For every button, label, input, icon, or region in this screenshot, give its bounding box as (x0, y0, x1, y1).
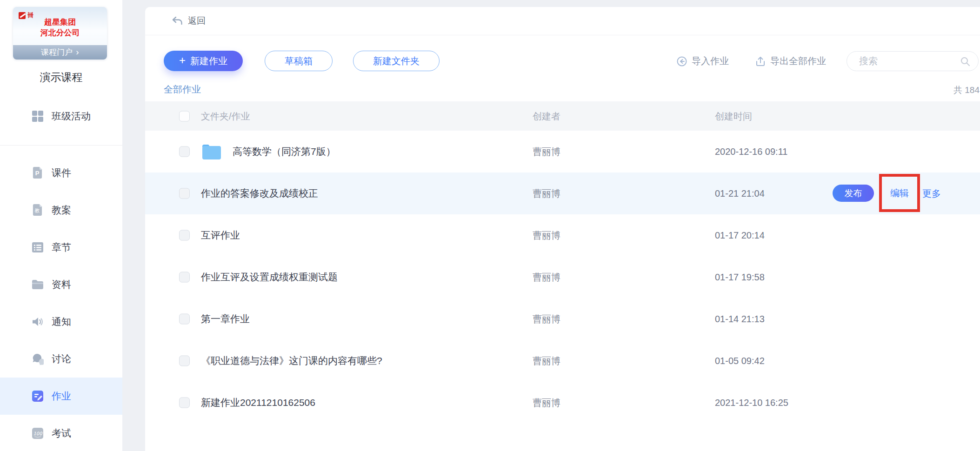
created-time-cell: 2021-12-10 16:25 (715, 398, 788, 408)
homework-title: 第一章作业 (201, 312, 250, 325)
course-sidebar: 卌 超星集团 河北分公司 课程门户 › 演示课程 班级活动 P 课件 (0, 0, 122, 451)
homework-title: 《职业道德与法律》这门课的内容有哪些? (201, 354, 382, 367)
new-homework-button[interactable]: + 新建作业 (164, 51, 243, 71)
sidebar-item-label: 教案 (52, 204, 71, 217)
org-name: 超星集团 河北分公司 (13, 17, 107, 39)
sidebar-item-lesson-plan[interactable]: 教 教案 (0, 192, 122, 229)
sidebar-item-notice[interactable]: 通知 (0, 303, 122, 340)
creator-cell: 曹丽博 (533, 397, 560, 409)
publish-button[interactable]: 发布 (833, 185, 874, 202)
search-icon[interactable] (960, 56, 971, 67)
total-count: 共 184 个 (953, 84, 980, 96)
homework-pen-icon (32, 390, 44, 402)
column-header-creator: 创建者 (533, 110, 560, 122)
homework-title-cell[interactable]: 作业的答案修改及成绩校正 (201, 187, 318, 200)
column-header-title: 文件夹/作业 (201, 110, 250, 122)
table-row: 新建作业20211210162506 曹丽博 2021-12-10 16:25 (145, 382, 980, 424)
chapters-list-icon (32, 241, 44, 253)
table-header: 文件夹/作业 创建者 创建时间 (145, 101, 980, 131)
export-upload-icon (755, 56, 766, 67)
folder-icon (201, 143, 222, 160)
drafts-label: 草稿箱 (285, 55, 313, 67)
sidebar-item-courseware[interactable]: P 课件 (0, 154, 122, 192)
import-circle-arrow-icon (676, 56, 687, 67)
chevron-right-icon: › (76, 47, 79, 56)
created-time-cell: 01-17 19:58 (715, 272, 765, 283)
org-logo-card[interactable]: 卌 超星集团 河北分公司 课程门户 › (13, 7, 107, 60)
row-checkbox[interactable] (179, 230, 190, 241)
sidebar-item-label: 讨论 (52, 352, 71, 365)
row-checkbox[interactable] (179, 398, 190, 408)
row-checkbox[interactable] (179, 272, 190, 283)
filter-row: 全部作业 共 184 个 (145, 83, 980, 95)
import-homework-button[interactable]: 导入作业 (676, 55, 729, 67)
row-checkbox[interactable] (179, 188, 190, 199)
sidebar-item-exam[interactable]: 100 考试 (0, 415, 122, 451)
homework-panel: 返回 + 新建作业 草稿箱 新建文件夹 导入作业 导出全部作业 (145, 7, 980, 451)
homework-title-cell[interactable]: 高等数学（同济第7版） (201, 143, 336, 160)
creator-cell: 曹丽博 (533, 355, 560, 367)
sidebar-item-label: 通知 (52, 315, 71, 328)
org-name-line1: 超星集团 (13, 17, 107, 28)
sidebar-item-label: 考试 (52, 427, 71, 440)
svg-text:100: 100 (33, 431, 43, 436)
created-time-cell: 01-14 21:13 (715, 314, 765, 325)
sidebar-item-discussion[interactable]: 讨论 (0, 340, 122, 378)
back-undo-arrow-icon (172, 16, 183, 26)
row-checkbox[interactable] (179, 314, 190, 325)
class-activity-grid-icon (32, 110, 44, 122)
all-homework-filter-link[interactable]: 全部作业 (164, 84, 201, 94)
courseware-doc-icon: P (32, 167, 44, 179)
row-checkbox[interactable] (179, 356, 190, 366)
sidebar-item-class-activity[interactable]: 班级活动 (0, 98, 122, 135)
export-all-homework-label: 导出全部作业 (770, 55, 826, 67)
table-row: 互评作业 曹丽博 01-17 20:14 (145, 214, 980, 256)
course-portal-button[interactable]: 课程门户 › (13, 45, 107, 60)
select-all-checkbox[interactable] (179, 111, 190, 121)
homework-toolbar: + 新建作业 草稿箱 新建文件夹 导入作业 导出全部作业 (145, 51, 980, 71)
sidebar-item-materials[interactable]: 资料 (0, 266, 122, 303)
homework-title-cell[interactable]: 新建作业20211210162506 (201, 396, 315, 409)
created-time-cell: 01-17 20:14 (715, 230, 765, 241)
new-folder-button[interactable]: 新建文件夹 (353, 51, 440, 71)
sidebar-item-label: 作业 (52, 390, 71, 403)
sidebar-item-label: 课件 (52, 166, 71, 179)
sidebar-divider (0, 145, 122, 146)
edit-link[interactable]: 编辑 (890, 187, 909, 199)
created-time-cell: 2020-12-16 09:11 (715, 146, 787, 157)
notice-speaker-icon (32, 316, 44, 328)
homework-title: 互评作业 (201, 229, 240, 242)
course-title: 演示课程 (0, 70, 122, 85)
org-name-line2: 河北分公司 (13, 28, 107, 39)
more-link[interactable]: 更多 (922, 187, 941, 200)
drafts-button[interactable]: 草稿箱 (265, 51, 333, 71)
creator-cell: 曹丽博 (533, 271, 560, 284)
homework-title-cell[interactable]: 第一章作业 (201, 312, 250, 325)
new-homework-label: 新建作业 (190, 55, 227, 67)
svg-text:教: 教 (35, 208, 40, 213)
table-row: 作业互评及设置成绩权重测试题 曹丽博 01-17 19:58 (145, 256, 980, 298)
svg-text:P: P (35, 170, 40, 177)
materials-folder-icon (32, 279, 44, 291)
homework-title: 作业的答案修改及成绩校正 (201, 187, 318, 200)
homework-title: 新建作业20211210162506 (201, 396, 315, 409)
back-button[interactable]: 返回 (145, 7, 980, 35)
back-label: 返回 (188, 15, 206, 27)
creator-cell: 曹丽博 (533, 313, 560, 325)
created-time-cell: 01-05 09:42 (715, 356, 765, 366)
homework-title-cell[interactable]: 互评作业 (201, 229, 240, 242)
sidebar-menu: 班级活动 P 课件 教 教案 (0, 98, 122, 451)
sidebar-item-chapters[interactable]: 章节 (0, 229, 122, 266)
course-portal-label: 课程门户 (41, 47, 73, 58)
creator-cell: 曹丽博 (533, 187, 560, 200)
folder-title: 高等数学（同济第7版） (233, 145, 336, 158)
table-row: 《职业道德与法律》这门课的内容有哪些? 曹丽博 01-05 09:42 (145, 340, 980, 382)
export-all-homework-button[interactable]: 导出全部作业 (755, 55, 826, 67)
homework-title-cell[interactable]: 《职业道德与法律》这门课的内容有哪些? (201, 354, 382, 367)
row-checkbox[interactable] (179, 146, 190, 157)
search-input[interactable] (859, 56, 960, 66)
homework-title-cell[interactable]: 作业互评及设置成绩权重测试题 (201, 271, 338, 284)
sidebar-item-homework[interactable]: 作业 (0, 378, 122, 415)
red-annotation-box: 编辑 (879, 174, 920, 212)
search-box (847, 51, 979, 71)
